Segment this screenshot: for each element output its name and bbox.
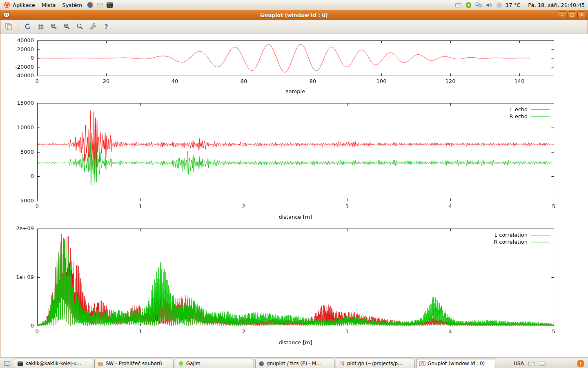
desktop: Aplikace Místa Systém bbox=[0, 0, 588, 368]
plot-canvas[interactable] bbox=[0, 34, 588, 357]
taskbar-button-gnuplot[interactable]: Gnuplot (window id : 0) bbox=[416, 359, 495, 368]
menu-label-places: Místa bbox=[42, 2, 56, 8]
top-panel: Aplikace Místa Systém bbox=[0, 0, 588, 10]
mail-notification-icon[interactable] bbox=[454, 1, 462, 9]
terminal-icon bbox=[17, 360, 23, 367]
temperature-label[interactable]: 17 °C bbox=[506, 2, 520, 8]
window-titlebar[interactable]: Gnuplot (window id : 0) – □ ✕ bbox=[0, 10, 588, 20]
bottom-taskbar: kaklik@kaklik-kolej-u... SW - Prohlížeč … bbox=[0, 357, 588, 368]
keyboard-layout-indicator[interactable]: USA bbox=[514, 361, 524, 366]
task-label: gnuplot / tics (E) - M... bbox=[267, 361, 321, 366]
configure-wrench-button[interactable] bbox=[87, 21, 99, 32]
firefox-icon bbox=[258, 360, 265, 367]
task-label: Gnuplot (window id : 0) bbox=[428, 361, 485, 366]
replot-refresh-button[interactable] bbox=[22, 21, 33, 32]
network-monitors-icon[interactable] bbox=[475, 1, 482, 9]
zoom-previous-button[interactable] bbox=[48, 21, 60, 32]
close-button[interactable]: ✕ bbox=[577, 11, 586, 19]
plot-area bbox=[0, 34, 588, 357]
menu-label-system: Systém bbox=[62, 2, 82, 8]
copy-to-clipboard-button[interactable] bbox=[3, 21, 14, 32]
taskbar-button-file-manager[interactable]: SW - Prohlížeč souborů bbox=[94, 359, 174, 368]
taskbar-button-terminal[interactable]: kaklik@kaklik-kolej-u... bbox=[14, 359, 93, 368]
panel-separator bbox=[524, 2, 524, 8]
gnuplot-window-icon bbox=[3, 11, 10, 19]
window-title: Gnuplot (window id : 0) bbox=[0, 12, 588, 18]
terminal-launcher-icon[interactable] bbox=[105, 0, 115, 10]
panel-tray: 17 °C Pá, 18. září, 21:40:45 bbox=[454, 0, 588, 10]
file-manager-icon bbox=[97, 360, 104, 367]
window-buttons: – □ ✕ bbox=[558, 11, 586, 19]
update-icon[interactable] bbox=[465, 1, 472, 9]
clock-applet[interactable]: Pá, 18. září, 21:40:45 bbox=[528, 2, 585, 8]
volume-icon[interactable] bbox=[485, 1, 492, 9]
task-label: kaklik@kaklik-kolej-u... bbox=[25, 361, 81, 366]
help-button[interactable]: ? bbox=[100, 21, 112, 32]
menu-label-applications: Aplikace bbox=[13, 2, 35, 8]
gnuplot-window: Gnuplot (window id : 0) – □ ✕ bbox=[0, 10, 588, 357]
menu-applications[interactable]: Aplikace bbox=[0, 0, 38, 10]
panel-menus: Aplikace Místa Systém bbox=[0, 0, 115, 10]
autoscale-button[interactable] bbox=[74, 21, 86, 32]
show-desktop-button[interactable] bbox=[1, 359, 13, 368]
text-editor-icon bbox=[339, 360, 345, 367]
svg-text:?: ? bbox=[105, 23, 108, 31]
zoom-next-button[interactable] bbox=[61, 21, 73, 32]
maximize-button[interactable]: □ bbox=[568, 11, 576, 19]
distributor-logo-icon bbox=[3, 1, 11, 9]
firefox-launcher-icon[interactable] bbox=[85, 0, 95, 10]
weather-icon[interactable] bbox=[495, 1, 503, 9]
task-label: plot.gn (~/projects/p... bbox=[347, 361, 403, 366]
notification-icon[interactable] bbox=[577, 360, 584, 367]
gajim-icon bbox=[178, 360, 184, 367]
menu-places[interactable]: Místa bbox=[38, 0, 59, 10]
taskbar-button-text-editor[interactable]: plot.gn (~/projects/p... bbox=[336, 359, 415, 368]
taskbar-tray: USA bbox=[514, 360, 587, 367]
menu-system[interactable]: Systém bbox=[59, 0, 85, 10]
taskbar-button-firefox[interactable]: gnuplot / tics (E) - M... bbox=[255, 359, 334, 368]
gnuplot-icon bbox=[419, 360, 425, 367]
gnuplot-toolbar: ? bbox=[0, 20, 588, 34]
toolbar-separator bbox=[18, 22, 18, 31]
taskbar-button-gajim[interactable]: Gajim bbox=[175, 359, 254, 368]
keyboard-icon[interactable] bbox=[539, 360, 546, 367]
task-label: SW - Prohlížeč souborů bbox=[106, 361, 162, 366]
mail-icon[interactable] bbox=[528, 360, 535, 367]
task-label: Gajim bbox=[186, 361, 200, 366]
minimize-button[interactable]: – bbox=[558, 11, 566, 19]
mail-launcher-icon[interactable] bbox=[95, 0, 105, 10]
grid-toggle-button[interactable] bbox=[35, 21, 47, 32]
